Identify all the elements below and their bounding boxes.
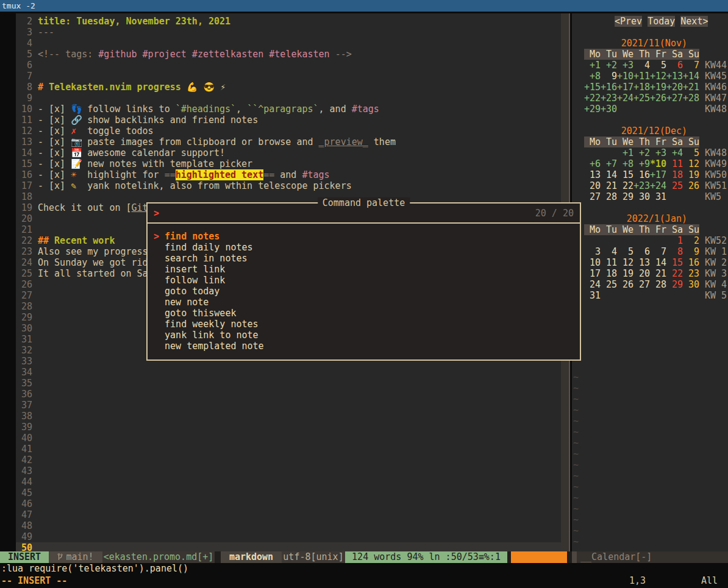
today-button[interactable]: Today: [648, 16, 675, 27]
calendar-day[interactable]: +8: [584, 71, 601, 82]
calendar-day[interactable]: 5: [650, 60, 666, 71]
calendar-day[interactable]: 9: [601, 71, 617, 82]
calendar-day[interactable]: +14: [683, 71, 699, 82]
palette-item[interactable]: new templated note: [154, 341, 580, 352]
calendar-day[interactable]: 23: [683, 268, 699, 279]
palette-item[interactable]: find daily notes: [154, 242, 580, 253]
palette-item[interactable]: find weekly notes: [154, 319, 580, 330]
command-palette[interactable]: Command palette > 20 / 20 > find notes f…: [146, 202, 581, 361]
calendar-day[interactable]: 7: [683, 60, 699, 71]
calendar-day[interactable]: +23: [633, 180, 650, 191]
calendar-day[interactable]: +29: [584, 104, 601, 115]
calendar-day[interactable]: +22: [584, 93, 601, 104]
calendar-day[interactable]: +19: [650, 82, 666, 93]
calendar-day[interactable]: +1: [617, 147, 633, 158]
calendar-day[interactable]: 25: [601, 279, 617, 290]
calendar-day[interactable]: 13: [633, 257, 650, 268]
calendar-day[interactable]: 6: [666, 60, 683, 71]
calendar-day[interactable]: 13: [584, 169, 601, 180]
calendar-day[interactable]: 7: [650, 246, 666, 257]
calendar-day[interactable]: 18: [666, 169, 683, 180]
calendar-day[interactable]: +23: [601, 93, 617, 104]
calendar-day[interactable]: 27: [584, 191, 601, 202]
calendar-day[interactable]: +7: [601, 158, 617, 169]
calendar-day[interactable]: +20: [666, 82, 683, 93]
calendar-day[interactable]: 12: [617, 257, 633, 268]
calendar-day[interactable]: *10: [650, 158, 666, 169]
calendar-day[interactable]: 3: [584, 246, 601, 257]
calendar-day[interactable]: 15: [617, 169, 633, 180]
calendar-day[interactable]: +17: [617, 82, 633, 93]
statusline-buffer-tab[interactable]: ≡ [11]tra…: [511, 551, 567, 563]
calendar-day[interactable]: +9: [633, 158, 650, 169]
calendar-day[interactable]: 25: [666, 180, 683, 191]
calendar-day[interactable]: 15: [666, 257, 683, 268]
prev-button[interactable]: <Prev: [615, 16, 642, 27]
calendar-day[interactable]: 14: [650, 257, 666, 268]
calendar-day[interactable]: +6: [584, 158, 601, 169]
calendar-day[interactable]: 19: [683, 169, 699, 180]
palette-item[interactable]: yank link to note: [154, 330, 580, 341]
calendar-day[interactable]: +12: [650, 71, 666, 82]
palette-item[interactable]: goto today: [154, 286, 580, 297]
calendar-day[interactable]: 29: [666, 279, 683, 290]
calendar-day[interactable]: +10: [617, 71, 633, 82]
calendar-day[interactable]: 11: [666, 158, 683, 169]
calendar-day[interactable]: 30: [633, 191, 650, 202]
calendar-day[interactable]: 2: [683, 235, 699, 246]
calendar-day[interactable]: 8: [666, 246, 683, 257]
calendar-day[interactable]: 30: [683, 279, 699, 290]
calendar-day[interactable]: +15: [584, 82, 601, 93]
calendar-day[interactable]: +26: [650, 93, 666, 104]
calendar-day[interactable]: 27: [633, 279, 650, 290]
palette-item[interactable]: new note: [154, 297, 580, 308]
calendar-day[interactable]: 6: [633, 246, 650, 257]
calendar-day[interactable]: 31: [584, 290, 601, 301]
calendar-day[interactable]: 26: [617, 279, 633, 290]
calendar-day[interactable]: +1: [584, 60, 601, 71]
command-line[interactable]: :lua require('telekasten').panel(): [0, 563, 728, 575]
calendar-day[interactable]: 16: [633, 169, 650, 180]
calendar-day[interactable]: +24: [650, 180, 666, 191]
calendar-day[interactable]: 14: [601, 169, 617, 180]
calendar-day[interactable]: 9: [683, 246, 699, 257]
calendar-day[interactable]: 16: [683, 257, 699, 268]
calendar-day[interactable]: +3: [650, 147, 666, 158]
calendar-day[interactable]: +2: [633, 147, 650, 158]
calendar-day[interactable]: 1: [666, 235, 683, 246]
calendar-day[interactable]: +24: [617, 93, 633, 104]
calendar-day[interactable]: 22: [617, 180, 633, 191]
calendar-day[interactable]: +27: [666, 93, 683, 104]
calendar-day[interactable]: 5: [617, 246, 633, 257]
calendar-day[interactable]: +16: [601, 82, 617, 93]
calendar-day[interactable]: +18: [633, 82, 650, 93]
calendar-day[interactable]: +8: [617, 158, 633, 169]
calendar-day[interactable]: 26: [683, 180, 699, 191]
next-button[interactable]: Next>: [680, 16, 708, 27]
calendar-day[interactable]: +28: [683, 93, 699, 104]
palette-item[interactable]: goto thisweek: [154, 308, 580, 319]
calendar-day[interactable]: 10: [584, 257, 601, 268]
calendar-day[interactable]: 29: [617, 191, 633, 202]
calendar-day[interactable]: 22: [666, 268, 683, 279]
calendar-day[interactable]: 20: [584, 180, 601, 191]
calendar-day[interactable]: +25: [633, 93, 650, 104]
palette-item[interactable]: > find notes: [154, 231, 580, 242]
calendar-day[interactable]: +21: [683, 82, 699, 93]
palette-item[interactable]: search in notes: [154, 253, 580, 264]
palette-item[interactable]: insert link: [154, 264, 580, 275]
calendar-day[interactable]: 4: [601, 246, 617, 257]
calendar-day[interactable]: 12: [683, 158, 699, 169]
calendar-day[interactable]: +17: [650, 169, 666, 180]
calendar-day[interactable]: +4: [666, 147, 683, 158]
calendar-day[interactable]: 17: [584, 268, 601, 279]
calendar-day[interactable]: 31: [650, 191, 666, 202]
palette-item[interactable]: follow link: [154, 275, 580, 286]
calendar-day[interactable]: +11: [633, 71, 650, 82]
calendar-day[interactable]: +2: [601, 60, 617, 71]
calendar-day[interactable]: +30: [601, 104, 617, 115]
calendar-day[interactable]: 21: [601, 180, 617, 191]
calendar-day[interactable]: +13: [666, 71, 683, 82]
calendar-day[interactable]: 19: [617, 268, 633, 279]
calendar-day[interactable]: 11: [601, 257, 617, 268]
